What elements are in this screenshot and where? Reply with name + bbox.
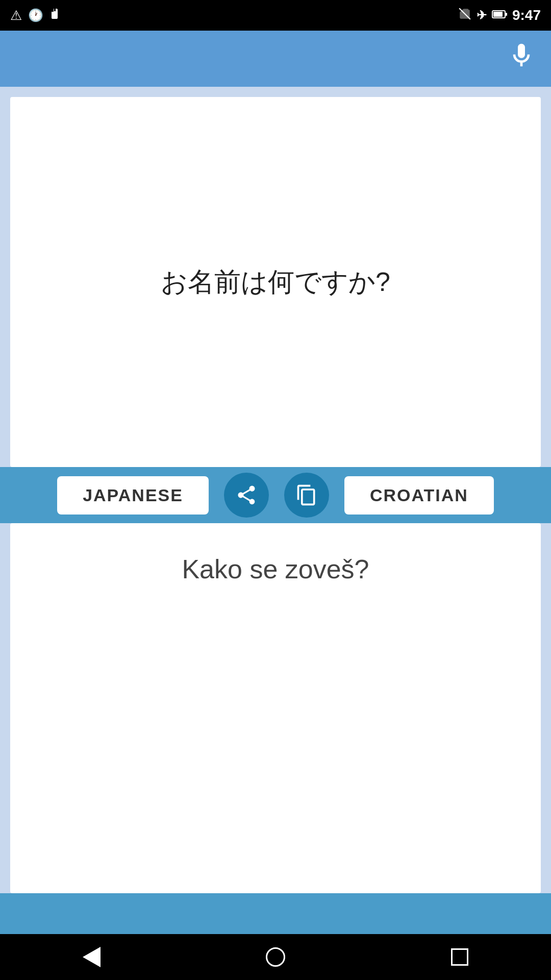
- warning-icon: ⚠: [10, 8, 22, 23]
- status-icons-left: ⚠ 🕐: [10, 8, 62, 23]
- status-icons-right: ✈ 9:47: [458, 7, 541, 23]
- source-text: お名前は何ですか?: [140, 244, 411, 321]
- svg-rect-2: [54, 9, 56, 11]
- airplane-icon: ✈: [477, 8, 487, 22]
- recent-icon: [451, 948, 468, 966]
- source-language-button[interactable]: JAPANESE: [57, 476, 209, 514]
- translation-text-area[interactable]: Kako se zoveš?: [10, 523, 541, 893]
- nav-bar: [0, 934, 551, 980]
- app-bar: [0, 31, 551, 87]
- copy-button[interactable]: [284, 473, 329, 518]
- share-icon: [235, 484, 258, 506]
- no-sim-icon: [458, 7, 471, 23]
- home-button[interactable]: [266, 947, 285, 967]
- back-icon: [83, 947, 101, 967]
- sd-card-icon: [49, 8, 62, 23]
- home-icon: [266, 947, 285, 967]
- translation-text: Kako se zoveš?: [161, 523, 389, 615]
- back-button[interactable]: [83, 947, 101, 967]
- svg-rect-5: [493, 12, 503, 17]
- mic-icon: [507, 41, 536, 77]
- language-bar: JAPANESE CROATIAN: [0, 467, 551, 523]
- microphone-button[interactable]: [507, 41, 536, 77]
- svg-rect-6: [506, 13, 507, 16]
- recent-button[interactable]: [451, 948, 468, 966]
- main-container: お名前は何ですか? JAPANESE CROATIAN Kako se zove…: [0, 87, 551, 934]
- share-button[interactable]: [224, 473, 269, 518]
- source-text-area[interactable]: お名前は何ですか?: [10, 97, 541, 467]
- target-language-button[interactable]: CROATIAN: [344, 476, 494, 514]
- copy-icon: [295, 484, 318, 506]
- svg-rect-1: [52, 9, 54, 12]
- clock-icon: 🕐: [28, 8, 43, 22]
- battery-icon: [492, 9, 507, 22]
- bottom-blue-bar: [0, 893, 551, 934]
- status-time: 9:47: [512, 7, 541, 23]
- status-bar: ⚠ 🕐 ✈ 9: [0, 0, 551, 31]
